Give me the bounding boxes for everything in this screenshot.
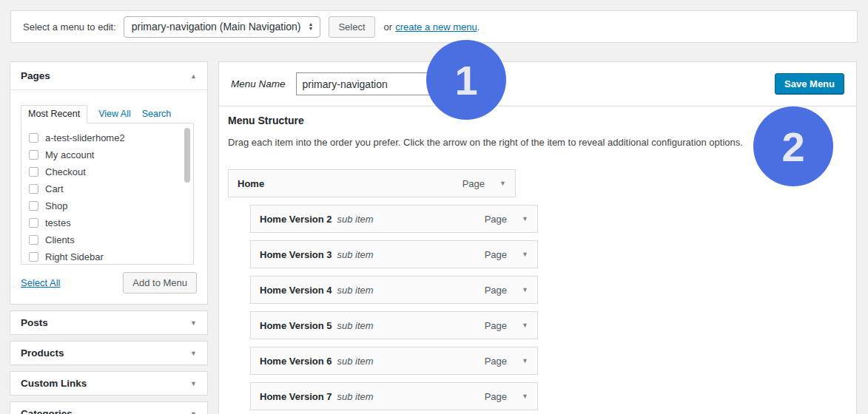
page-list-item: a-test-sliderhome2 [29,129,193,146]
menu-item-toggle-icon[interactable]: ▼ [499,180,506,187]
menu-items-list: Home Page ▼ Home Version 2 sub item Page… [228,169,844,414]
menu-item-bar[interactable]: Home Version 5 sub item Page ▼ [250,311,538,339]
page-list-item: Checkout [29,163,193,180]
expand-arrow-icon[interactable]: ▼ [190,350,197,357]
page-item-label[interactable]: Cart [45,183,64,194]
collapse-arrow-icon[interactable]: ▲ [190,72,197,80]
period-text: . [477,21,480,33]
menu-item-type: Page [485,391,507,402]
or-text: or [384,21,393,33]
menu-item-title: Home Version 4 [260,285,332,296]
page-checkbox[interactable] [29,150,38,160]
menu-item-toggle-icon[interactable]: ▼ [522,251,528,258]
page-item-label[interactable]: Checkout [45,166,86,177]
page-item-label[interactable]: Clients [45,234,75,245]
page-item-label[interactable]: My account [45,149,94,160]
menu-item-title: Home [238,178,264,189]
sidebar-panel-categories[interactable]: Categories ▼ [10,401,208,414]
page-checkbox[interactable] [29,252,38,262]
annotation-circle-1: 1 [426,40,506,120]
expand-arrow-icon[interactable]: ▼ [190,319,197,327]
menu-item-type: Page [485,320,507,331]
sidebar-panel-title: Products [21,347,64,359]
pages-list: a-test-sliderhome2 My account Checkout C… [21,123,194,265]
menu-name-label: Menu Name [231,78,286,89]
scrollbar-thumb[interactable] [184,128,190,183]
page-list-item: Right Sidebar [29,248,193,265]
menu-item-toggle-icon[interactable]: ▼ [522,286,528,293]
pages-panel-header[interactable]: Pages ▲ [10,62,207,90]
page-item-label[interactable]: Shop [45,200,67,211]
page-item-label[interactable]: a-test-sliderhome2 [45,132,125,143]
menu-editor-panel: Menu Name Save Menu Menu Structure Drag … [218,61,857,414]
menu-item-type: Page [485,214,507,225]
page-checkbox[interactable] [29,133,38,143]
select-all-link[interactable]: Select All [21,277,60,288]
menu-structure-heading: Menu Structure [228,113,844,128]
select-button[interactable]: Select [329,16,374,38]
tab-view-all[interactable]: View All [98,109,131,119]
page-item-label[interactable]: testes [45,217,71,228]
menu-item-toggle-icon[interactable]: ▼ [522,357,528,364]
menu-item-sublabel: sub item [337,249,374,260]
menu-item-type: Page [485,356,507,367]
menu-item-toggle-icon[interactable]: ▼ [522,215,528,223]
menu-item-bar[interactable]: Home Version 3 sub item Page ▼ [250,240,538,268]
pages-panel-content: Most RecentView AllSearch a-test-sliderh… [10,90,207,304]
sidebar: Pages ▲ Most RecentView AllSearch a-test… [10,61,208,414]
menu-item-sublabel: sub item [337,391,374,402]
menu-item-type: Page [462,178,485,189]
add-to-menu-button[interactable]: Add to Menu [123,272,197,293]
pages-panel-title: Pages [21,70,50,81]
menu-item-title: Home Version 2 [260,214,332,225]
page-checkbox[interactable] [29,184,38,194]
menu-item-sublabel: sub item [337,214,374,225]
menu-item-sublabel: sub item [337,320,374,331]
page-checkbox[interactable] [29,201,38,211]
pages-panel: Pages ▲ Most RecentView AllSearch a-test… [10,61,208,305]
create-new-menu-link[interactable]: create a new menu [395,21,477,33]
save-menu-button[interactable]: Save Menu [775,73,844,95]
menu-item-type: Page [485,285,507,296]
menu-item-bar[interactable]: Home Version 7 sub item Page ▼ [250,382,538,410]
page-list-item: testes [29,214,193,231]
menu-structure-help-text: Drag each item into the order you prefer… [228,137,844,149]
menu-select-dropdown[interactable]: primary-navigation (Main Navigation) ▲▼ [124,16,321,38]
menu-item-sublabel: sub item [337,356,374,367]
page-checkbox[interactable] [29,218,38,228]
page-checkbox[interactable] [29,167,38,177]
expand-arrow-icon[interactable]: ▼ [190,410,197,414]
menu-item-toggle-icon[interactable]: ▼ [522,322,528,329]
menu-select-value: primary-navigation (Main Navigation) [132,21,301,33]
page-item-label[interactable]: Right Sidebar [45,251,104,262]
annotation-number-1: 1 [454,56,477,104]
menu-item-sublabel: sub item [337,285,374,296]
menu-item-bar[interactable]: Home Version 2 sub item Page ▼ [250,205,538,233]
sidebar-panel-title: Categories [21,408,73,414]
pages-tabs: Most RecentView AllSearch [21,105,197,123]
annotation-circle-2: 2 [753,106,833,186]
menu-item-title: Home Version 5 [260,320,332,331]
menu-item-bar[interactable]: Home Version 4 sub item Page ▼ [250,276,538,304]
sidebar-panel-custom-links[interactable]: Custom Links ▼ [10,371,208,396]
page-checkbox[interactable] [29,235,38,245]
menu-name-row: Menu Name Save Menu [219,62,856,106]
sidebar-panel-products[interactable]: Products ▼ [10,341,208,365]
expand-arrow-icon[interactable]: ▼ [190,380,197,387]
tab-search[interactable]: Search [142,109,172,119]
annotation-number-2: 2 [781,123,804,171]
tab-most-recent[interactable]: Most Recent [21,105,87,123]
select-menu-label: Select a menu to edit: [23,21,116,33]
page-list-item: My account [29,146,193,163]
menu-item-title: Home Version 3 [260,249,332,260]
menu-item-bar[interactable]: Home Page ▼ [228,169,516,197]
menu-name-input[interactable] [296,72,444,95]
menu-select-toolbar: Select a menu to edit: primary-navigatio… [10,10,858,43]
wordpress-menus-screen: { "topbar": { "label": "Select a menu to… [0,0,868,414]
sidebar-panel-posts[interactable]: Posts ▼ [10,310,208,335]
select-updown-icon: ▲▼ [309,22,314,31]
sidebar-panel-title: Posts [21,317,48,328]
menu-item-bar[interactable]: Home Version 6 sub item Page ▼ [250,347,538,375]
menu-item-toggle-icon[interactable]: ▼ [522,393,528,400]
sidebar-panel-title: Custom Links [21,378,87,389]
